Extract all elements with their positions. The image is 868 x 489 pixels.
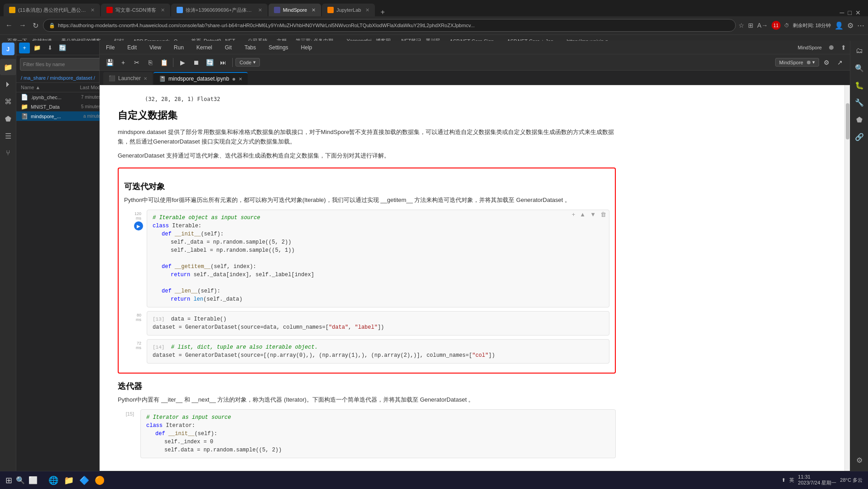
right-sidebar-icon-2[interactable]: 🐛 [851,77,868,93]
activity-git-icon[interactable]: ⑂ [0,145,16,161]
notebook-tab[interactable]: 📓 mindspore_dataset.ipynb ● ✕ [153,72,248,85]
start-button[interactable]: ⊞ [5,475,12,485]
right-sidebar-icon-5[interactable]: 🔗 [851,129,868,145]
file-filter-input[interactable] [23,62,99,67]
search-taskbar-button[interactable]: 🔍 [16,476,25,484]
menu-file[interactable]: File [103,43,117,53]
kernel-select[interactable]: MindSpore ▾ [775,58,819,67]
path-text[interactable]: / ma_share / mindspore_dataset / [21,75,95,81]
taskbar-edge[interactable]: 🌐 [47,474,60,487]
star-icon[interactable]: ☆ [739,22,744,29]
save-btn[interactable]: 💾 [103,56,116,69]
notebook-scroll[interactable]: (32, 28, 28, 1) Float32 自定义数据集 mindspore… [100,85,844,484]
collections-icon[interactable]: ⊞ [748,22,753,29]
activity-tabs-icon[interactable]: ☰ [0,128,16,144]
translate-icon[interactable]: A→ [757,22,767,29]
tab-2-close[interactable]: ✕ [161,7,165,13]
right-sidebar-bottom-icon-0[interactable]: ⚙ [851,452,868,468]
tab-4-close[interactable]: ✕ [312,7,316,13]
notebook-content: (32, 28, 28, 1) Float32 自定义数据集 mindspore… [100,85,844,471]
tray-weather: 28°C 多云 [840,477,863,484]
right-sidebar-icon-3[interactable]: 🔧 [851,94,868,110]
browser-tab-2[interactable]: 写文章-CSDN博客 ✕ [101,4,170,16]
section1-para1: mindspore.dataset 提供了部分常用数据集和标准格式数据集的加载接… [118,128,616,147]
tab-3-close[interactable]: ✕ [258,7,262,13]
kernel-settings-btn[interactable]: ⚙ [820,56,833,69]
cell-delete-btn[interactable]: 🗑 [599,211,608,218]
menu-settings[interactable]: Settings [266,43,291,53]
download-button[interactable]: ⬇ [44,43,55,53]
cell-12-content[interactable]: # Iterable object as input source class … [147,210,609,307]
taskbar-app1[interactable]: 🔷 [77,474,91,487]
launcher-tab[interactable]: ⬛ Launcher ✕ [103,72,153,85]
right-sidebar-icon-0[interactable]: 🗂 [851,43,868,59]
notebook-tab-close[interactable]: ✕ [239,77,242,82]
cell-13-content[interactable]: [13] data = Iterable() dataset = Generat… [147,311,609,336]
browser-tab-3[interactable]: 徐涛+13960699696+产品体验评... ✕ [171,4,268,16]
menu-git[interactable]: Git [222,43,235,53]
cell-move-down-btn[interactable]: ▼ [589,211,597,218]
activity-running-icon[interactable]: ⏵ [0,76,16,92]
refresh-button[interactable]: ↻ [31,21,40,30]
menu-view[interactable]: View [147,43,164,53]
notification-badge: 11 [772,21,781,30]
section2-title: 迭代器 [118,381,616,392]
settings-icon[interactable]: ⚙ [847,21,854,30]
more-icon[interactable]: ⋯ [857,21,864,30]
kernel-status-indicator [829,45,834,50]
cell-15-content[interactable]: # Iterator as input source class Iterato… [140,409,616,458]
cell-add-above-btn[interactable]: + [571,211,577,218]
cell-12-run-btn[interactable]: ▶ [134,221,143,230]
browser-tab-1[interactable]: (11条消息) 愚公挖代码_愚公代码享... ✕ [4,4,100,16]
share-notebook-btn[interactable]: ↗ [834,56,846,69]
code-cell-14: 72 ms [14] # list, dict, tuple are also … [124,339,609,364]
copy-btn[interactable]: ⎘ [144,56,157,69]
account-icon[interactable]: 👤 [834,21,844,30]
menu-edit[interactable]: Edit [125,43,139,53]
minimize-button[interactable]: ─ [840,9,844,16]
restart-btn[interactable]: 🔄 [203,56,216,69]
menu-run[interactable]: Run [171,43,187,53]
activity-files-icon[interactable]: 📁 [0,59,16,75]
menu-tabs[interactable]: Tabs [242,43,259,53]
right-sidebar-icon-4[interactable]: ⬟ [851,111,868,128]
tab-1-close[interactable]: ✕ [91,7,95,13]
cell-14-timing: 72 [137,341,141,345]
new-tab-button[interactable]: + [376,8,389,16]
file-filter[interactable]: 🔍 [20,58,110,71]
close-button[interactable]: ✕ [855,9,861,16]
right-scrollbar[interactable] [844,85,850,484]
menu-help[interactable]: Help [298,43,315,53]
launcher-tab-close[interactable]: ✕ [144,76,147,81]
tray-ime[interactable]: 英 [789,477,794,484]
paste-btn[interactable]: 📋 [158,56,170,69]
upload-button[interactable]: 📁 [32,43,43,53]
restart-run-btn[interactable]: ⏭ [217,56,230,69]
share-icon[interactable]: ⬆ [841,44,846,51]
cut-btn[interactable]: ✂ [130,56,143,69]
back-button[interactable]: ← [4,21,14,29]
activity-property-icon[interactable]: ⬟ [0,110,16,127]
new-file-button[interactable]: + [19,43,30,53]
taskbar-app2[interactable]: 🟠 [93,474,106,487]
browser-tab-5[interactable]: JupyterLab ✕ [322,4,375,16]
right-sidebar-icon-1[interactable]: 🔍 [851,60,868,76]
refresh-files-button[interactable]: 🔄 [57,43,68,53]
maximize-button[interactable]: □ [848,9,852,16]
cell-type-select[interactable]: Code ▾ [235,58,260,67]
cell-14-content[interactable]: [14] # list, dict, tuple are also iterab… [147,339,609,364]
add-cell-btn[interactable]: + [117,56,129,69]
taskview-button[interactable]: ⬜ [29,476,38,484]
browser-tab-4[interactable]: MindSpore ✕ [269,4,321,16]
menu-kernel[interactable]: Kernel [194,43,215,53]
tab-5-close[interactable]: ✕ [365,7,369,13]
scroll-thumb[interactable] [846,103,849,139]
forward-button[interactable]: → [17,21,28,29]
activity-commands-icon[interactable]: ⌘ [0,93,16,110]
cell-move-up-btn[interactable]: ▲ [578,211,587,218]
col-name-header[interactable]: Name ▲ [21,85,64,90]
address-bar[interactable]: 🔒 https://authoring-modelarts-cnnorth4.h… [43,19,736,32]
taskbar-explorer[interactable]: 📁 [62,474,76,487]
run-btn[interactable]: ▶ [176,56,189,69]
stop-btn[interactable]: ⏹ [190,56,202,69]
